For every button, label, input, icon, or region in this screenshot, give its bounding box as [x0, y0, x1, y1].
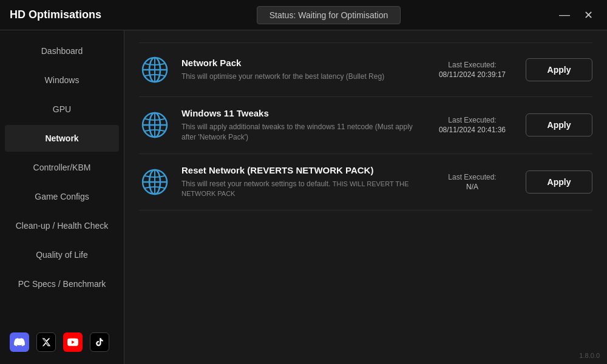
opt-meta-value-network-pack: 08/11/2024 20:39:17 — [430, 70, 515, 79]
sidebar-item-windows[interactable]: Windows — [5, 67, 119, 93]
content-area: Network Pack This will optimise your net… — [124, 30, 607, 364]
social-youtube-icon[interactable] — [63, 332, 83, 352]
globe-icon — [139, 54, 171, 86]
social-discord-icon[interactable] — [10, 332, 29, 352]
opt-item-network-pack: Network Pack This will optimise your net… — [139, 42, 592, 97]
opt-meta-label-windows-11-tweaks: Last Executed: — [430, 116, 515, 124]
version-label: 1.8.0.0 — [579, 352, 600, 359]
opt-text-network-pack: Network Pack This will optimise your net… — [181, 58, 419, 82]
opt-desc-windows-11-tweaks: This will apply additional tweaks to the… — [181, 122, 419, 143]
sidebar-item-dashboard[interactable]: Dashboard — [5, 38, 119, 64]
title-bar: HD Optimisations Status: Waiting for Opt… — [0, 0, 607, 30]
apply-button-reset-network[interactable]: Apply — [526, 170, 592, 194]
opt-title-network-pack: Network Pack — [181, 58, 419, 68]
window-controls: — ✕ — [556, 7, 597, 24]
opt-meta-windows-11-tweaks: Last Executed: 08/11/2024 20:41:36 — [430, 116, 515, 134]
opt-desc-network-pack: This will optimise your network for the … — [181, 72, 419, 82]
sidebar-item-gpu[interactable]: GPU — [5, 96, 119, 123]
opt-title-reset-network: Reset Network (REVERTS NETWORK PACK) — [181, 165, 419, 175]
apply-button-network-pack[interactable]: Apply — [526, 58, 592, 81]
opt-desc-reset-network: This will reset your network settings to… — [181, 179, 419, 200]
social-links — [0, 326, 124, 358]
opt-meta-label-network-pack: Last Executed: — [430, 61, 515, 69]
globe-icon — [139, 109, 171, 141]
opt-item-windows-11-tweaks: Windows 11 Tweaks This will apply additi… — [139, 97, 592, 154]
main-layout: DashboardWindowsGPUNetworkController/KBM… — [0, 30, 607, 364]
social-tiktok-icon[interactable] — [90, 332, 109, 352]
status-display: Status: Waiting for Optimisation — [257, 6, 401, 24]
sidebar-item-cleanup[interactable]: Clean-up / Health Check — [5, 212, 119, 239]
minimize-button[interactable]: — — [556, 7, 573, 24]
opt-text-windows-11-tweaks: Windows 11 Tweaks This will apply additi… — [181, 108, 419, 143]
sidebar-item-controller-kbm[interactable]: Controller/KBM — [5, 154, 119, 181]
app-title: HD Optimisations — [10, 8, 101, 21]
sidebar-item-quality[interactable]: Quality of Life — [5, 241, 119, 268]
social-x-icon[interactable] — [36, 332, 56, 352]
close-button[interactable]: ✕ — [580, 7, 597, 24]
opt-meta-network-pack: Last Executed: 08/11/2024 20:39:17 — [430, 61, 515, 79]
opt-meta-value-windows-11-tweaks: 08/11/2024 20:41:36 — [430, 126, 515, 134]
sidebar-item-network[interactable]: Network — [5, 125, 119, 152]
sidebar-item-pc-specs[interactable]: PC Specs / Benchmark — [5, 271, 119, 297]
sidebar: DashboardWindowsGPUNetworkController/KBM… — [0, 30, 124, 364]
opt-meta-reset-network: Last Executed: N/A — [430, 173, 515, 191]
opt-meta-value-reset-network: N/A — [430, 183, 515, 191]
opt-title-windows-11-tweaks: Windows 11 Tweaks — [181, 108, 419, 118]
apply-button-windows-11-tweaks[interactable]: Apply — [526, 113, 592, 136]
sidebar-nav: DashboardWindowsGPUNetworkController/KBM… — [0, 30, 124, 298]
opt-text-reset-network: Reset Network (REVERTS NETWORK PACK) Thi… — [181, 165, 419, 200]
sidebar-item-game-configs[interactable]: Game Configs — [5, 183, 119, 210]
opt-meta-label-reset-network: Last Executed: — [430, 173, 515, 181]
opt-item-reset-network: Reset Network (REVERTS NETWORK PACK) Thi… — [139, 154, 592, 211]
globe-icon — [139, 166, 171, 198]
